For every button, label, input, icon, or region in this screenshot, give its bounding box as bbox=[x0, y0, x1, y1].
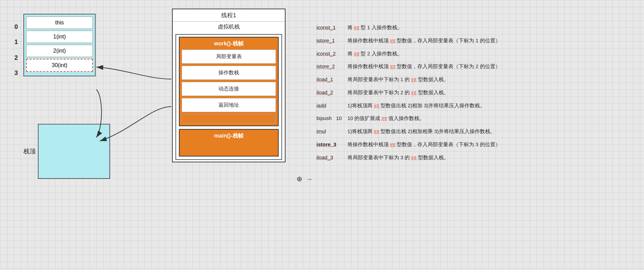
stack-top-box bbox=[38, 124, 110, 179]
instr-name-2: iconst_2 bbox=[316, 51, 347, 56]
instr-row-3: istore_2 将操作数栈中栈顶 int 型数值，存入局部变量表（下标为 2 … bbox=[316, 63, 626, 71]
instr-row-0: iconst_1 将 int 型 1 入操作数栈。 bbox=[316, 24, 626, 32]
instr-row-10: iload_3 将局部变量表中下标为 3 的 int 型数据入栈。 bbox=[316, 154, 626, 162]
instr-name-6: iadd bbox=[316, 102, 347, 108]
instr-desc-0: 将 int 型 1 入操作数栈。 bbox=[347, 24, 626, 32]
instr-desc-7: 10 的值扩展成 int 值入操作数栈。 bbox=[347, 115, 626, 122]
frame-box-dots: …… bbox=[182, 114, 276, 123]
row-index-2: 2 bbox=[14, 54, 18, 62]
move-cursor-icon: ⊕ bbox=[297, 175, 302, 183]
frame-box-dynamic: 动态连接 bbox=[182, 82, 276, 96]
arrow-right-icon: → bbox=[306, 176, 312, 183]
local-var-row-1: 1(int) bbox=[26, 31, 93, 43]
instr-desc-10: 将局部变量表中下标为 3 的 int 型数据入栈。 bbox=[347, 154, 626, 162]
row-index-3: 3 bbox=[14, 69, 18, 77]
local-var-row-2: 2(int) bbox=[26, 45, 93, 57]
instr-row-9: istore_3 将操作数栈中栈顶 int 型数值，存入局部变量表（下标为 3 … bbox=[316, 141, 626, 149]
local-var-table: this 1(int) 2(int) 30(int) bbox=[23, 14, 96, 76]
instr-name-8: imul bbox=[316, 128, 347, 134]
vm-stack-label: 虚拟机栈 bbox=[173, 22, 285, 32]
main-frame-title: main()-栈帧 bbox=[182, 131, 276, 142]
instr-row-4: iload_1 将局部变量表中下标为 1 的 int 型数据入栈。 bbox=[316, 76, 626, 84]
instr-desc-9: 将操作数栈中栈顶 int 型数值，存入局部变量表（下标为 3 的位置） bbox=[347, 141, 626, 149]
instr-row-1: istore_1 将操作数栈中栈顶 int 型数值，存入局部变量表（下标为 1 … bbox=[316, 37, 626, 45]
instr-desc-1: 将操作数栈中栈顶 int 型数值，存入局部变量表（下标为 1 的位置） bbox=[347, 37, 626, 45]
instr-row-2: iconst_2 将 int 型 2 入操作数栈。 bbox=[316, 50, 626, 58]
frame-box-return: 返回地址 bbox=[182, 98, 276, 112]
instr-desc-8: 1)将栈顶两 int 型数值出栈 2)相加相乘 3)并将结果压入操作数栈。 bbox=[347, 128, 626, 136]
instr-row-7: bipush 10 10 的值扩展成 int 值入操作数栈。 bbox=[316, 115, 626, 122]
row-index-1: 1 bbox=[14, 39, 18, 46]
instr-row-8: imul 1)将栈顶两 int 型数值出栈 2)相加相乘 3)并将结果压入操作数… bbox=[316, 128, 626, 136]
local-var-row-0: this bbox=[26, 17, 93, 29]
stack-top-container: 栈顶 bbox=[23, 124, 110, 179]
inner-border: work()-栈帧 局部变量表 操作数栈 动态连接 返回地址 …… main()… bbox=[175, 34, 282, 160]
instr-name-9: istore_3 bbox=[316, 141, 347, 147]
stack-top-label: 栈顶 bbox=[23, 147, 36, 155]
instr-row-5: iload_2 将局部变量表中下标为 2 的 int 型数据入栈。 bbox=[316, 89, 626, 97]
instr-desc-6: 1)将栈顶两 int 型数值出栈 2)相加 3)并将结果压入操作数栈。 bbox=[347, 102, 626, 110]
row-index-0: 0 bbox=[14, 23, 18, 31]
instr-name-7: bipush 10 bbox=[316, 115, 347, 121]
local-var-row-3: 30(int) bbox=[26, 59, 93, 72]
instr-desc-4: 将局部变量表中下标为 1 的 int 型数据入栈。 bbox=[347, 76, 626, 84]
instructions-panel: iconst_1 将 int 型 1 入操作数栈。 istore_1 将操作数栈… bbox=[316, 24, 626, 167]
instr-desc-3: 将操作数栈中栈顶 int 型数值，存入局部变量表（下标为 2 的位置） bbox=[347, 63, 626, 71]
frame-box-local: 局部变量表 bbox=[182, 50, 276, 64]
instr-name-1: istore_1 bbox=[316, 37, 347, 43]
main-frame: main()-栈帧 bbox=[179, 129, 279, 156]
thread-title: 线程1 bbox=[173, 9, 285, 22]
instr-name-10: iload_3 bbox=[316, 154, 347, 160]
instr-name-4: iload_1 bbox=[316, 76, 347, 82]
instr-name-5: iload_2 bbox=[316, 89, 347, 95]
instr-name-3: istore_2 bbox=[316, 63, 347, 69]
work-frame: work()-栈帧 局部变量表 操作数栈 动态连接 返回地址 …… bbox=[179, 37, 279, 126]
instr-desc-5: 将局部变量表中下标为 2 的 int 型数据入栈。 bbox=[347, 89, 626, 97]
instr-name-0: iconst_1 bbox=[316, 24, 347, 30]
instr-row-6: iadd 1)将栈顶两 int 型数值出栈 2)相加 3)并将结果压入操作数栈。 bbox=[316, 102, 626, 110]
work-frame-title: work()-栈帧 bbox=[182, 39, 276, 50]
instr-desc-2: 将 int 型 2 入操作数栈。 bbox=[347, 50, 626, 58]
frame-box-operand: 操作数栈 bbox=[182, 66, 276, 80]
thread-container: 线程1 虚拟机栈 work()-栈帧 局部变量表 操作数栈 动态连接 返回地址 … bbox=[172, 9, 286, 162]
